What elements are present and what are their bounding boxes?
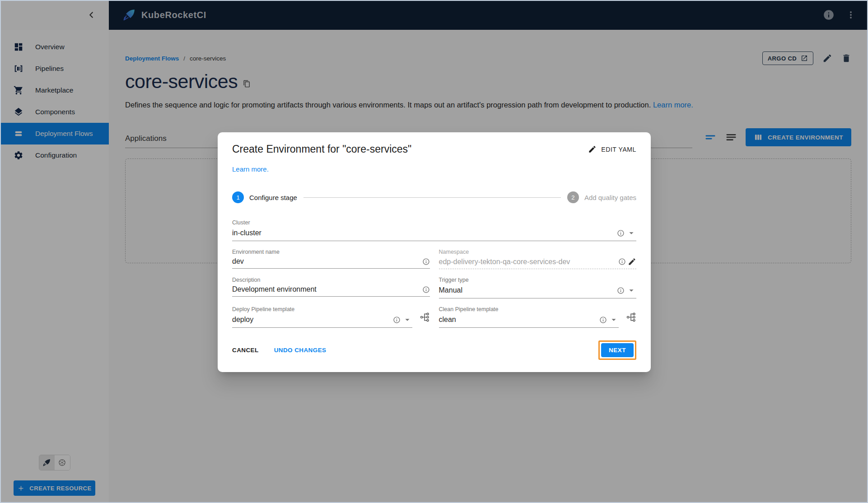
step-1-label: Configure stage xyxy=(249,194,297,201)
deploy-pipeline-template-select[interactable]: deploy xyxy=(232,315,412,328)
step-configure-stage[interactable]: 1 Configure stage xyxy=(232,191,297,203)
cluster-select[interactable]: in-cluster xyxy=(232,228,636,241)
edit-icon xyxy=(588,145,597,154)
info-outline-icon[interactable] xyxy=(422,286,430,293)
cluster-value: in-cluster xyxy=(232,229,617,237)
edit-namespace-button[interactable] xyxy=(628,257,636,266)
pipeline-tree-icon xyxy=(626,312,636,322)
trigger-type-field: Trigger type Manual xyxy=(439,277,637,298)
step-2-circle: 2 xyxy=(567,191,579,203)
view-clean-pipeline-button[interactable] xyxy=(626,312,636,322)
cluster-label: Cluster xyxy=(232,219,636,226)
info-outline-icon[interactable] xyxy=(618,258,626,265)
environment-name-value: dev xyxy=(232,257,422,265)
clean-pipeline-template-label: Clean Pipeline template xyxy=(439,306,619,312)
trigger-type-select[interactable]: Manual xyxy=(439,285,637,298)
configure-stage-form: Cluster in-cluster Environment name xyxy=(232,219,636,328)
caret-down-icon xyxy=(609,315,619,325)
caret-down-icon xyxy=(626,228,636,238)
clean-pipeline-template-select[interactable]: clean xyxy=(439,315,619,328)
step-2-label: Add quality gates xyxy=(584,194,636,201)
environment-name-label: Environment name xyxy=(232,249,430,255)
info-outline-icon[interactable] xyxy=(617,229,625,237)
edit-yaml-label: EDIT YAML xyxy=(601,146,636,153)
info-outline-icon[interactable] xyxy=(599,316,607,324)
deploy-pipeline-template-field: Deploy Pipeline template deploy xyxy=(232,306,412,328)
step-add-quality-gates[interactable]: 2 Add quality gates xyxy=(567,191,636,203)
environment-name-input[interactable]: dev xyxy=(232,257,430,269)
dialog-learn-more-link[interactable]: Learn more. xyxy=(232,165,269,173)
edit-yaml-button[interactable]: EDIT YAML xyxy=(588,145,636,154)
dialog-footer: CANCEL UNDO CHANGES NEXT xyxy=(232,340,636,360)
clean-pipeline-template-value: clean xyxy=(439,316,600,324)
cluster-field: Cluster in-cluster xyxy=(232,219,636,241)
next-button[interactable]: NEXT xyxy=(601,343,634,357)
stepper: 1 Configure stage 2 Add quality gates xyxy=(232,191,636,203)
edit-icon xyxy=(628,257,636,266)
cancel-button[interactable]: CANCEL xyxy=(232,347,259,354)
namespace-input: edp-delivery-tekton-qa-core-services-dev xyxy=(439,257,637,269)
description-field: Description Development environment xyxy=(232,277,430,298)
namespace-value: edp-delivery-tekton-qa-core-services-dev xyxy=(439,258,619,266)
stepper-connector xyxy=(303,197,561,198)
caret-down-icon xyxy=(626,285,636,295)
deploy-pipeline-template-label: Deploy Pipeline template xyxy=(232,306,412,312)
info-outline-icon[interactable] xyxy=(422,258,430,265)
deploy-pipeline-template-value: deploy xyxy=(232,316,393,324)
dialog-title: Create Environment for "core-services" xyxy=(232,143,411,155)
description-label: Description xyxy=(232,277,430,283)
view-deploy-pipeline-button[interactable] xyxy=(420,312,430,322)
pipeline-tree-icon xyxy=(420,312,430,322)
info-outline-icon[interactable] xyxy=(393,316,401,324)
clean-pipeline-template-field: Clean Pipeline template clean xyxy=(439,306,619,328)
info-outline-icon[interactable] xyxy=(617,287,625,294)
namespace-label: Namespace xyxy=(439,249,637,255)
trigger-type-label: Trigger type xyxy=(439,277,637,283)
step-1-circle: 1 xyxy=(232,191,244,203)
caret-down-icon xyxy=(402,315,412,325)
trigger-type-value: Manual xyxy=(439,286,617,294)
next-button-highlight: NEXT xyxy=(598,340,636,360)
namespace-field: Namespace edp-delivery-tekton-qa-core-se… xyxy=(439,249,637,269)
create-environment-dialog: Create Environment for "core-services" E… xyxy=(218,132,651,372)
description-value: Development environment xyxy=(232,285,422,293)
undo-changes-button[interactable]: UNDO CHANGES xyxy=(274,347,327,354)
environment-name-field: Environment name dev xyxy=(232,249,430,269)
description-input[interactable]: Development environment xyxy=(232,285,430,297)
